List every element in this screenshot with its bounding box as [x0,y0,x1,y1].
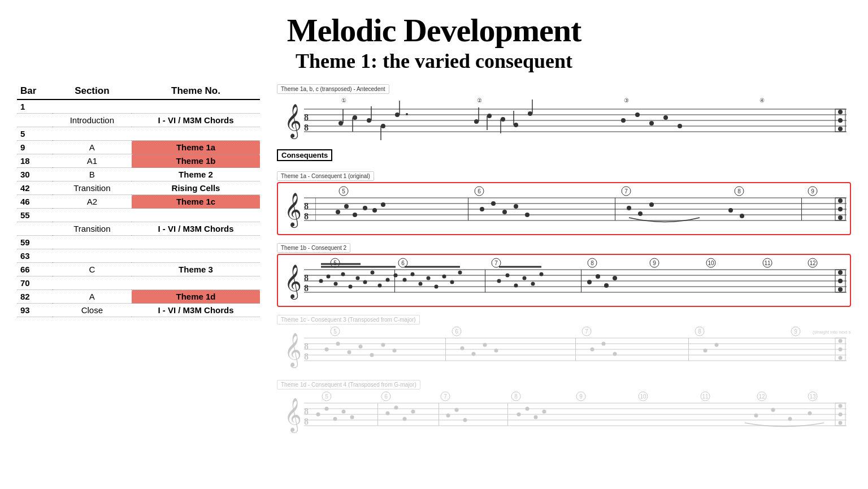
svg-point-233 [534,416,538,419]
svg-text:8: 8 [304,201,309,211]
svg-text:6: 6 [401,260,405,266]
svg-text:5: 5 [333,328,337,335]
col-theme: Theme No. [132,83,260,99]
svg-rect-174 [445,338,446,361]
table-row: 30BTheme 2 [17,168,260,181]
consequent2-label: Theme 1b - Consequent 2 [277,243,350,253]
bar-number: 42 [17,181,53,195]
svg-text:10: 10 [640,393,646,400]
svg-text:8: 8 [304,211,309,221]
svg-rect-73 [615,198,615,220]
bar-number: 55 [17,209,53,222]
svg-rect-226 [439,403,439,426]
svg-text:8: 8 [514,393,518,400]
svg-point-135 [523,276,527,280]
table-row: 9ATheme 1a [17,141,260,154]
col-bar: Bar [17,83,53,99]
theme-name: I - VI / M3M Chords [132,114,260,127]
bar-number: 1 [17,99,53,114]
svg-text:5: 5 [342,188,345,194]
svg-point-64 [363,206,367,210]
bar-number: 59 [17,236,53,249]
svg-text:7: 7 [444,393,447,400]
section-name: Transition [53,181,132,195]
svg-text:8: 8 [304,283,309,293]
svg-text:9: 9 [579,393,583,400]
svg-point-117 [386,278,390,282]
section-name: B [53,168,132,181]
svg-point-173 [393,349,397,353]
svg-text:6: 6 [455,328,458,335]
svg-point-123 [411,272,415,276]
svg-rect-60 [315,198,316,220]
svg-point-125 [427,276,431,280]
theme-name: Theme 2 [132,168,260,181]
score-row-consequent3: Theme 1c - Consequent 3 (Transposed from… [277,314,851,372]
score-section: Theme 1a, b, c (transposed) - Antecedent… [277,83,851,437]
svg-point-39 [838,110,843,114]
svg-point-70 [502,210,507,214]
svg-text:10: 10 [708,260,714,266]
svg-point-140 [587,280,592,284]
svg-rect-221 [377,403,378,426]
svg-point-141 [596,274,600,279]
svg-point-62 [344,204,349,209]
svg-point-236 [771,408,775,412]
svg-text:(straight into next section): (straight into next section) [813,330,851,335]
consequent3-label: Theme 1c - Consequent 3 (Transposed from… [277,315,420,324]
theme-name: Theme 1c [132,195,260,209]
svg-text:8: 8 [304,417,309,426]
svg-text:11: 11 [702,393,709,400]
section-name: A1 [53,154,132,168]
section-name: C [53,263,132,276]
svg-point-22 [406,113,408,115]
svg-point-128 [450,280,454,284]
svg-point-147 [838,287,843,292]
svg-point-122 [403,278,407,282]
svg-rect-139 [581,270,581,292]
svg-point-240 [839,404,843,408]
section-name [53,99,132,114]
section-name: A [53,290,132,304]
svg-text:7: 7 [624,188,628,194]
svg-point-83 [838,215,843,220]
svg-text:8: 8 [304,352,309,361]
svg-point-108 [319,279,323,283]
svg-point-129 [458,271,462,275]
svg-point-68 [480,207,484,211]
table-row: 46A2Theme 1c [17,195,260,209]
svg-point-76 [649,202,654,207]
svg-point-126 [435,285,439,289]
svg-point-114 [363,280,367,284]
svg-point-169 [348,350,351,354]
main-title: Melodic Development [17,11,851,49]
svg-point-133 [506,274,510,278]
svg-point-132 [497,279,501,283]
score-row-consequent1: Theme 1a - Consequent 1 (original) 𝄞 8 8 [277,170,851,235]
theme-name: Theme 3 [132,263,260,276]
section-name [53,236,132,249]
svg-point-116 [378,284,382,288]
bar-number [17,222,53,236]
table-row: 63 [17,249,260,263]
consequents-label: Consequents [277,149,332,161]
svg-point-82 [838,207,843,211]
svg-point-72 [525,213,530,217]
section-name: A [53,141,132,154]
svg-point-71 [514,204,518,209]
theme-name [132,249,260,263]
consequent4-staff: 𝄞 8 8 5 6 7 8 9 [277,391,851,435]
svg-point-187 [839,339,843,343]
svg-text:11: 11 [764,260,771,266]
svg-point-12 [338,121,343,126]
theme-name: I - VI / M3M Chords [132,304,260,317]
svg-text:8: 8 [591,260,594,266]
score-row-consequent2: Theme 1b - Consequent 2 𝄞 8 8 [277,242,851,307]
svg-text:8: 8 [304,406,309,416]
svg-point-40 [838,118,843,123]
theme-name [132,276,260,290]
svg-point-113 [356,276,360,280]
svg-text:③: ③ [624,97,629,103]
score-row-consequent4: Theme 1d - Consequent 4 (Transposed from… [277,379,851,437]
svg-point-184 [704,349,708,353]
